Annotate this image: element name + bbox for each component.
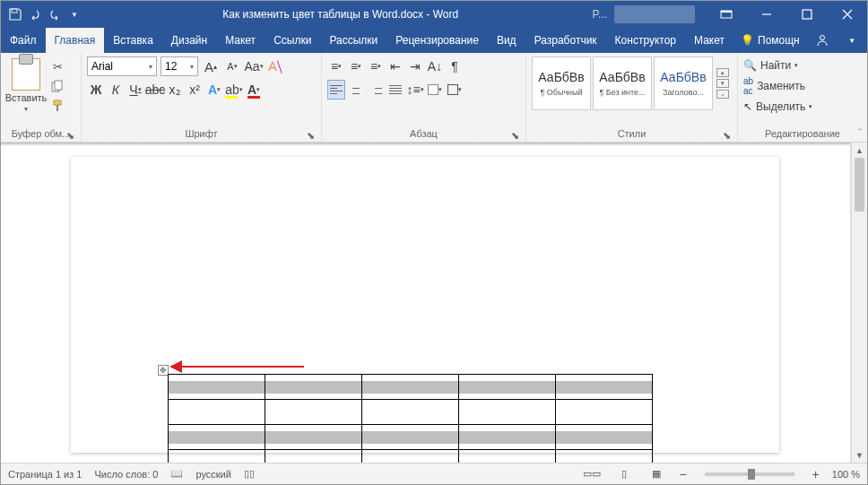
word-table[interactable] bbox=[168, 374, 653, 463]
tab-developer[interactable]: Разработчик bbox=[525, 28, 606, 53]
tell-me[interactable]: 💡Помощн bbox=[733, 28, 807, 53]
find-button[interactable]: 🔍Найти▾ bbox=[743, 56, 812, 74]
tab-mailings[interactable]: Рассылки bbox=[320, 28, 386, 53]
scroll-up-icon[interactable]: ▲ bbox=[852, 143, 867, 158]
tab-file[interactable]: Файл bbox=[1, 28, 46, 53]
maximize-icon[interactable] bbox=[786, 1, 827, 28]
proofing-icon[interactable]: 📖 bbox=[170, 468, 183, 480]
paste-button[interactable]: Вставить ▾ bbox=[6, 55, 46, 113]
styles-more[interactable]: ▴▾⌄ bbox=[715, 56, 729, 110]
copy-icon[interactable] bbox=[49, 78, 65, 94]
close-icon[interactable] bbox=[827, 1, 867, 28]
account-label[interactable]: P... bbox=[593, 8, 607, 21]
shrink-font-icon[interactable]: A▾ bbox=[223, 56, 241, 76]
language-indicator[interactable]: русский bbox=[195, 469, 230, 480]
undo-icon[interactable] bbox=[28, 7, 42, 22]
strike-button[interactable]: abc bbox=[146, 80, 164, 100]
borders-icon[interactable]: ▾ bbox=[446, 80, 464, 100]
paste-icon bbox=[12, 58, 40, 91]
zoom-slider[interactable] bbox=[705, 472, 794, 476]
share-icon[interactable] bbox=[807, 28, 838, 53]
save-icon[interactable] bbox=[8, 7, 22, 22]
grow-font-icon[interactable]: A▴ bbox=[202, 56, 220, 76]
justify-icon[interactable] bbox=[386, 80, 404, 100]
tab-layout2[interactable]: Макет bbox=[685, 28, 733, 53]
tab-home[interactable]: Главная bbox=[46, 28, 105, 53]
align-right-icon[interactable] bbox=[367, 80, 385, 100]
collapse-ribbon-icon[interactable]: ˇ bbox=[858, 127, 862, 138]
para-dialog-icon[interactable]: ⬊ bbox=[509, 130, 520, 141]
cut-icon[interactable]: ✂ bbox=[49, 58, 65, 74]
font-name-combo[interactable]: Arial▾ bbox=[87, 56, 157, 76]
document-area[interactable]: ✥ bbox=[1, 143, 851, 463]
italic-button[interactable]: К bbox=[107, 80, 125, 100]
show-marks-icon[interactable]: ¶ bbox=[446, 56, 464, 76]
tell-me-label: Помощн bbox=[758, 34, 800, 47]
decrease-indent-icon[interactable]: ⇤ bbox=[386, 56, 404, 76]
title-bar: ▼ Как изменить цвет таблицы в Word.docx … bbox=[1, 1, 867, 28]
scroll-thumb[interactable] bbox=[855, 158, 864, 212]
replace-icon: abac bbox=[743, 76, 753, 96]
replace-button[interactable]: abacЗаменить bbox=[743, 77, 812, 95]
group-font: Arial▾ 12▾ A▴ A▾ Aa▾ A⧹ Ж К Ч▾ abc x₂ x²… bbox=[82, 53, 322, 142]
svg-rect-7 bbox=[55, 81, 62, 90]
style-normal[interactable]: АаБбВв¶ Обычный bbox=[532, 56, 591, 110]
tab-design[interactable]: Дизайн bbox=[162, 28, 216, 53]
styles-dialog-icon[interactable]: ⬊ bbox=[721, 130, 732, 141]
zoom-in[interactable]: + bbox=[812, 467, 820, 481]
line-spacing-icon[interactable]: ↕≡▾ bbox=[406, 80, 424, 100]
overflow-icon[interactable]: ▼ bbox=[837, 28, 867, 53]
ribbon-options-icon[interactable] bbox=[706, 1, 746, 28]
align-left-icon[interactable] bbox=[327, 80, 345, 100]
font-size-combo[interactable]: 12▾ bbox=[161, 56, 198, 76]
multilevel-icon[interactable]: ≡▾ bbox=[367, 56, 385, 76]
numbering-icon[interactable]: ≡▾ bbox=[347, 56, 365, 76]
font-dialog-icon[interactable]: ⬊ bbox=[305, 130, 316, 141]
cursor-icon: ↖ bbox=[743, 100, 752, 113]
tab-view[interactable]: Вид bbox=[488, 28, 525, 53]
search-icon: 🔍 bbox=[743, 59, 757, 72]
change-case-icon[interactable]: Aa▾ bbox=[245, 56, 263, 76]
style-heading[interactable]: АаБбВвЗаголово... bbox=[654, 56, 713, 110]
group-editing: 🔍Найти▾ abacЗаменить ↖Выделить▾ Редактир… bbox=[738, 53, 867, 142]
increase-indent-icon[interactable]: ⇥ bbox=[406, 56, 424, 76]
text-effects-icon[interactable]: A▾ bbox=[205, 80, 223, 100]
read-view-icon[interactable]: ▭▭ bbox=[582, 466, 602, 482]
align-center-icon[interactable] bbox=[347, 80, 365, 100]
zoom-out[interactable]: − bbox=[679, 467, 686, 481]
web-view-icon[interactable]: ▦ bbox=[647, 466, 666, 482]
tab-layout[interactable]: Макет bbox=[216, 28, 265, 53]
print-view-icon[interactable]: ▯ bbox=[614, 466, 634, 482]
tab-review[interactable]: Рецензирование bbox=[386, 28, 488, 53]
select-button[interactable]: ↖Выделить▾ bbox=[743, 98, 812, 116]
page-indicator[interactable]: Страница 1 из 1 bbox=[8, 469, 82, 480]
macro-icon[interactable]: ▯▯ bbox=[244, 468, 255, 480]
bulb-icon: 💡 bbox=[741, 34, 754, 47]
tab-constructor[interactable]: Конструктор bbox=[606, 28, 685, 53]
minimize-icon[interactable] bbox=[746, 1, 786, 28]
vertical-scrollbar[interactable]: ▲ ▼ bbox=[851, 143, 867, 463]
zoom-level[interactable]: 100 % bbox=[832, 469, 860, 480]
account-box[interactable] bbox=[614, 5, 695, 23]
annotation-arrow bbox=[169, 360, 304, 373]
superscript-button[interactable]: x² bbox=[186, 80, 204, 100]
tab-insert[interactable]: Вставка bbox=[104, 28, 162, 53]
redo-icon[interactable] bbox=[48, 7, 62, 22]
clipboard-dialog-icon[interactable]: ⬊ bbox=[65, 130, 75, 141]
shading-icon[interactable]: ▾ bbox=[426, 80, 444, 100]
group-clipboard: Вставить ▾ ✂ Буфер обм...⬊ bbox=[1, 53, 82, 142]
subscript-button[interactable]: x₂ bbox=[166, 80, 184, 100]
bold-button[interactable]: Ж bbox=[87, 80, 105, 100]
clear-format-icon[interactable]: A⧹ bbox=[266, 56, 284, 76]
tab-references[interactable]: Ссылки bbox=[265, 28, 320, 53]
qa-dropdown-icon[interactable]: ▼ bbox=[67, 7, 82, 22]
font-color-icon[interactable]: A▾ bbox=[245, 80, 263, 100]
underline-button[interactable]: Ч▾ bbox=[126, 80, 144, 100]
highlight-icon[interactable]: ab▾ bbox=[225, 80, 243, 100]
bullets-icon[interactable]: ≡▾ bbox=[327, 56, 345, 76]
style-nospace[interactable]: АаБбВв¶ Без инте... bbox=[593, 56, 652, 110]
word-count[interactable]: Число слов: 0 bbox=[94, 469, 158, 480]
format-painter-icon[interactable] bbox=[49, 98, 65, 114]
scroll-down-icon[interactable]: ▼ bbox=[852, 447, 867, 463]
sort-icon[interactable]: A↓ bbox=[426, 56, 444, 76]
